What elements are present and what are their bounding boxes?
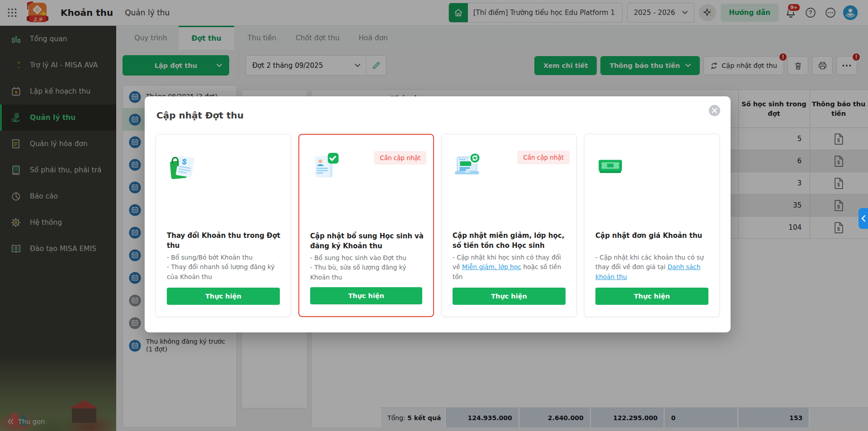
execute-button[interactable]: Thực hiện <box>595 288 708 305</box>
card-title: Cập nhật đơn giá Khoản thu <box>595 231 710 241</box>
card-description: - Cập nhật khi các khoản thu có sự thay … <box>595 253 711 282</box>
card-title: Thay đổi Khoản thu trong Đợt thu <box>167 231 282 251</box>
needs-update-badge: Cần cập nhật <box>374 151 426 165</box>
update-option-card: Cần cập nhật Cập nhật bổ sung Học sinh v… <box>298 134 434 317</box>
update-period-modal: Cập nhật Đợt thu $ Cần cập nhật Thay đổi… <box>145 96 731 332</box>
card-description: - Bổ sung học sinh vào Đợt thu- Thu bù, … <box>310 253 425 282</box>
execute-button[interactable]: Thực hiện <box>167 288 280 305</box>
card-description: - Bổ sung/Bỏ bớt Khoản thu- Thay đổi nha… <box>167 253 283 282</box>
card-title: Cập nhật bổ sung Học sinh và đăng ký Kho… <box>310 232 424 251</box>
app-root: 2.9 Khoản thu Quản lý thu [Thí điểm] Trư… <box>0 0 868 431</box>
card-title: Cập nhật miễn giảm, lớp học, số tiền tồn… <box>453 231 567 251</box>
needs-update-badge: Cần cập nhật <box>517 151 570 164</box>
card-inline-link[interactable]: Miễn giảm, lớp học <box>462 263 521 270</box>
note-dollar-icon: $ <box>167 152 197 181</box>
update-option-card: Cần cập nhật Cập nhật đơn giá Khoản thu … <box>584 134 720 317</box>
execute-button[interactable]: Thực hiện <box>310 287 422 304</box>
expand-panel-button[interactable] <box>859 208 868 229</box>
close-icon[interactable] <box>708 104 721 117</box>
laptop-sync-icon <box>453 152 482 181</box>
update-option-card: Cần cập nhật Cập nhật miễn giảm, lớp học… <box>441 134 577 317</box>
card-description: - Cập nhật khi học sinh có thay đổi về M… <box>453 253 568 282</box>
student-doc-check-icon <box>310 152 340 182</box>
update-option-card: $ Cần cập nhật Thay đổi Khoản thu trong … <box>156 134 291 317</box>
modal-title: Cập nhật Đợt thu <box>156 110 244 121</box>
execute-button[interactable]: Thực hiện <box>453 288 566 305</box>
money-bill-icon <box>595 152 625 181</box>
